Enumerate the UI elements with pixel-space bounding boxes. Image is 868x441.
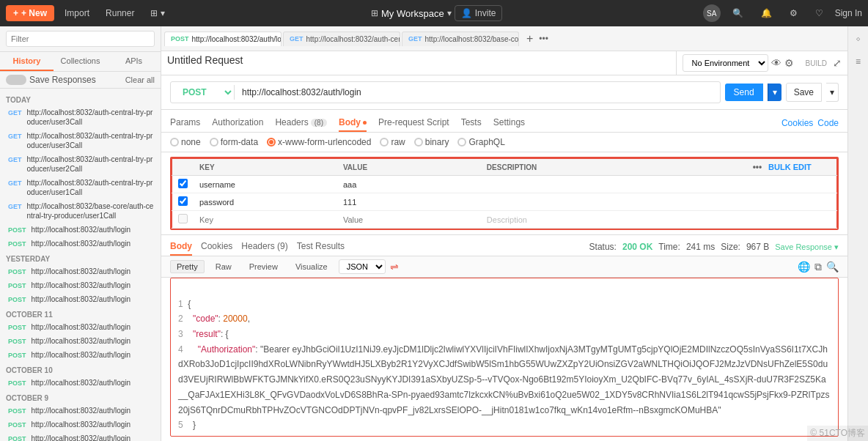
save-button[interactable]: Save [786,83,822,102]
env-settings-icon[interactable]: ⚙ [784,57,794,69]
value-input-2[interactable] [343,198,475,207]
radio-none[interactable]: none [170,137,201,147]
list-item[interactable]: GET http://localhost:8032/base-core/auth… [0,199,161,223]
code-link[interactable]: Code [817,118,839,128]
value-input-placeholder[interactable] [343,215,475,224]
toggle-switch-icon[interactable] [6,75,26,85]
save-dropdown-button[interactable]: ▾ [826,83,839,102]
row-checkbox-1[interactable] [178,179,188,188]
search-input[interactable] [6,31,155,47]
send-dropdown-button[interactable]: ▾ [768,84,781,101]
expand-icon[interactable]: ⤢ [833,57,847,69]
row-key-2[interactable] [194,193,337,211]
sub-tab-pre-request[interactable]: Pre-request Script [378,114,449,132]
method-select[interactable]: POST GET PUT DELETE [175,85,235,100]
row-value-2[interactable] [337,193,481,211]
sidebar-tab-collections[interactable]: Collections [54,52,107,71]
more-icon[interactable]: ••• [753,162,762,172]
row-checkbox-3[interactable] [178,214,188,223]
row-checkbox-2[interactable] [178,196,188,206]
sign-in-button[interactable]: Sign In [835,8,862,18]
response-tab-cookies[interactable]: Cookies [201,238,232,256]
import-button[interactable]: Import [59,5,95,21]
list-item[interactable]: POST http://localhost:8032/auth/login [0,431,161,441]
key-input-placeholder[interactable] [199,215,331,224]
heart-icon[interactable]: ♡ [809,5,829,21]
response-tab-body[interactable]: Body [170,238,192,256]
copy-icon[interactable]: ⧉ [814,261,822,273]
list-item[interactable]: POST http://localhost:8032/auth/login [0,376,161,390]
tab-post-login[interactable]: POST http://localhost:8032/auth/login ✕ [164,32,282,46]
format-tab-preview[interactable]: Preview [243,260,284,273]
list-item[interactable]: POST http://localhost:8032/auth/login [0,223,161,237]
view-toggle-button[interactable]: ⊞ ▾ [144,5,170,21]
cookies-link[interactable]: Cookies [781,118,813,128]
row-key-3[interactable] [194,211,337,229]
list-item[interactable]: GET http://localhost:8032/auth-central-t… [0,152,161,176]
tab-get-base-core[interactable]: GET http://localhost:8032/base-core... ✕ [402,32,519,46]
format-type-select[interactable]: JSON XML HTML Text [339,259,386,274]
sub-tab-params[interactable]: Params [170,114,200,132]
environment-select[interactable]: No Environment [683,54,768,72]
list-item[interactable]: POST http://localhost:8032/auth/login [0,292,161,306]
list-item[interactable]: GET http://localhost:8032/auth-central-t… [0,105,161,129]
clear-all-button[interactable]: Clear all [125,75,155,84]
row-value-1[interactable] [337,176,481,193]
radio-binary[interactable]: binary [414,137,449,147]
format-tab-raw[interactable]: Raw [209,260,238,273]
clear-format-icon[interactable]: ⇌ [390,261,399,273]
sidebar-tab-apis[interactable]: APIs [107,52,161,71]
sub-tab-body[interactable]: Body [339,114,367,132]
sub-tab-authorization[interactable]: Authorization [212,114,263,132]
sub-tab-headers[interactable]: Headers (8) [275,114,327,132]
invite-button[interactable]: 👤 Invite [455,5,503,21]
avatar-icon[interactable]: SA [703,4,721,22]
format-tab-visualize[interactable]: Visualize [289,260,334,273]
list-item[interactable]: POST http://localhost:8032/auth/login [0,348,161,362]
sidebar-tab-history[interactable]: History [0,52,54,71]
radio-graphql[interactable]: GraphQL [457,137,504,147]
list-item[interactable]: GET http://localhost:8032/auth-central-t… [0,176,161,199]
radio-form-data[interactable]: form-data [210,137,258,147]
settings-icon[interactable]: ⚙ [784,5,803,21]
sub-tab-settings[interactable]: Settings [493,114,525,132]
list-item[interactable]: POST http://localhost:8032/auth/login [0,418,161,431]
list-item[interactable]: POST http://localhost:8032/auth/login [0,264,161,278]
list-item[interactable]: POST http://localhost:8032/auth/login [0,278,161,292]
search-response-icon[interactable]: 🔍 [826,261,839,273]
more-tabs-button[interactable]: ••• [539,34,548,44]
save-response-button[interactable]: Save Response ▾ [775,242,839,252]
search-top-icon[interactable]: 🔍 [727,5,749,21]
row-value-3[interactable] [337,211,481,229]
runner-button[interactable]: Runner [100,5,140,21]
sub-tab-tests[interactable]: Tests [461,114,482,132]
url-input[interactable] [239,86,716,99]
radio-urlencoded[interactable]: x-www-form-urlencoded [267,137,371,147]
add-tab-button[interactable]: + [523,32,536,45]
format-tab-pretty[interactable]: Pretty [170,260,205,273]
list-item[interactable]: GET http://localhost:8032/auth-central-t… [0,129,161,152]
value-input-1[interactable] [343,180,475,189]
send-button[interactable]: Send [725,84,763,101]
list-item[interactable]: POST http://localhost:8032/auth/login [0,237,161,251]
tab-get-auth-cent[interactable]: GET http://localhost:8032/auth-cent... ✕ [283,32,400,46]
list-item[interactable]: POST http://localhost:8032/auth/login [0,404,161,418]
key-input-2[interactable] [199,198,331,207]
list-item[interactable]: POST http://localhost:8032/auth/login [0,320,161,334]
response-tab-headers[interactable]: Headers (9) [241,238,287,256]
key-input-1[interactable] [199,180,331,189]
save-responses-toggle[interactable]: Save Responses [6,75,96,85]
chevron-down-icon[interactable]: ▾ [447,8,452,18]
env-eye-icon[interactable]: 👁 [771,57,781,69]
globe-icon[interactable]: 🌐 [798,261,810,273]
new-button[interactable]: + + New [6,5,54,21]
radio-raw[interactable]: raw [380,137,405,147]
right-icon-1[interactable]: ⬦ [850,29,867,47]
right-icon-2[interactable]: ≡ [850,53,867,70]
workspace-name[interactable]: My Workspace [381,8,444,19]
row-key-1[interactable] [194,176,337,193]
list-item[interactable]: POST http://localhost:8032/auth/login [0,334,161,348]
notifications-icon[interactable]: 🔔 [755,5,778,21]
bulk-edit-link[interactable]: Bulk Edit [768,163,812,171]
response-tab-test-results[interactable]: Test Results [297,238,345,256]
